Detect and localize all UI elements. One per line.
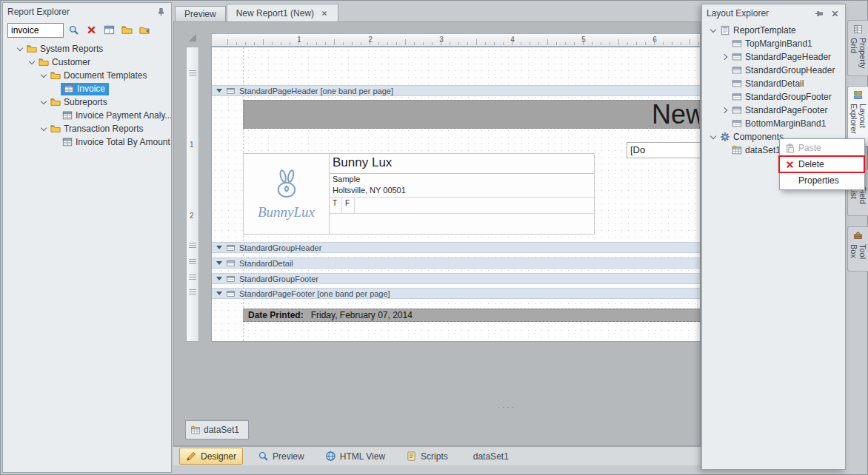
menu-item-properties[interactable]: Properties [781,172,864,189]
layout-item-standardpagefooter[interactable]: StandardPageFooter [702,104,845,117]
tree-item-system-reports[interactable]: System Reports [3,42,171,55]
pin-icon[interactable] [812,7,824,19]
search-input[interactable] [7,23,64,38]
tree-item-document-templates[interactable]: Document Templates [3,69,171,82]
layout-item-reporttemplate[interactable]: ReportTemplate [702,24,845,37]
layout-item-standardgroupfooter[interactable]: StandardGroupFooter [702,90,845,104]
band-standard-group-header[interactable]: StandardGroupHeader [212,242,700,253]
dock-tab-property-grid[interactable]: Property Grid [847,20,868,76]
tab-scripts[interactable]: Scripts [400,448,454,464]
band-resize-grip[interactable] [189,243,196,248]
company-line-cell[interactable]: Sample [330,174,594,185]
expand-icon[interactable] [720,105,730,115]
layout-item-bottommarginband1[interactable]: BottomMarginBand1 [702,117,845,130]
tree-item-invoice-selected[interactable]: Invoice [3,82,171,95]
pin-icon[interactable] [155,6,167,18]
band-resize-grip[interactable] [189,274,196,280]
report-page: StandardPageHeader [one band per page] S… [211,47,701,342]
collapse-icon[interactable] [39,97,49,107]
phone-label-cell[interactable]: T [330,198,342,213]
ruler-number: 3 [438,36,445,44]
expand-icon[interactable] [720,52,730,62]
tab-new-report1[interactable]: New Report1 (New) [227,4,338,21]
search-button[interactable] [65,22,81,38]
close-panel-icon[interactable] [829,7,841,19]
open-folder-button[interactable] [118,22,135,38]
collapse-icon[interactable] [15,44,25,54]
band-collapse-icon[interactable] [216,292,222,295]
company-info-table[interactable]: BunnyLux Bunny Lux Sample Holtsville, NY… [243,153,595,235]
layout-item-standardgroupheader[interactable]: StandardGroupHeader [702,64,845,77]
band-resize-grip[interactable] [189,289,196,294]
tree-item-invoice-payment-analysis[interactable]: Invoice Payment Analy... [3,109,171,122]
band-collapse-icon[interactable] [216,89,222,92]
collapse-icon[interactable] [27,57,37,67]
collapse-icon[interactable] [39,124,49,134]
tab-label: HTML View [340,451,385,462]
folder-icon [49,124,61,135]
dock-tab-tool-box[interactable]: Tool Box [847,226,868,272]
clear-search-button[interactable] [83,22,99,38]
browse-folder-button[interactable] [136,22,153,38]
band-label: StandardDetail [239,259,293,268]
band-label: StandardPageHeader [one band per page] [239,87,393,95]
menu-item-label: Delete [798,159,824,169]
tree-item-label: BottomMarginBand1 [745,118,826,129]
layout-item-standarddetail[interactable]: StandardDetail [702,77,845,90]
band-collapse-icon[interactable] [216,277,222,280]
preview-icon [258,451,269,462]
dataset1-component-chip[interactable]: dataSet1 [185,420,249,439]
band-standard-group-footer[interactable]: StandardGroupFooter [212,273,700,284]
ruler-number: 5 [580,36,587,44]
tree-item-subreports[interactable]: Subreports [3,95,171,109]
report-icon [61,137,73,148]
tab-preview-view[interactable]: Preview [252,448,310,464]
band-standard-page-footer[interactable]: StandardPageFooter [one band per page] [212,288,700,299]
layout-item-standardpageheader[interactable]: StandardPageHeader [702,50,845,64]
layout-item-topmarginband1[interactable]: TopMarginBand1 [702,37,845,50]
collapse-icon[interactable] [39,70,49,81]
tree-item-label: Document Templates [64,70,147,81]
band-collapse-icon[interactable] [216,261,222,265]
band-resize-grip[interactable] [189,70,196,75]
tab-html-view[interactable]: HTML View [319,448,391,464]
selected-highlight: Invoice [61,83,109,95]
tree-item-label: ReportTemplate [733,25,796,36]
tree-item-invoice-total-by-amount[interactable]: Invoice Total By Amount [3,135,171,149]
band-collapse-icon[interactable] [216,246,222,249]
menu-item-paste[interactable]: Paste [781,140,864,156]
tree-item-label: Subreports [64,97,107,107]
ruler-number: 4 [509,36,516,44]
document-field-cell[interactable]: [Do [627,142,701,158]
company-name-cell[interactable]: Bunny Lux [330,154,594,174]
layout-explorer-panel: Layout Explorer ReportTemplate TopMargin… [701,4,846,470]
gear-icon [718,132,731,143]
layout-explorer-title: Layout Explorer [707,8,808,18]
fax-label-cell[interactable]: F [342,198,355,213]
company-line-cell[interactable]: Holtsville, NY 00501 [330,185,594,198]
dock-tab-label: Field List [849,186,867,212]
dataset-icon [190,425,201,435]
report-title-label[interactable]: New [243,100,700,129]
date-printed-row[interactable]: Date Printed: Friday, February 07, 2014 [243,309,700,322]
report-template-icon [718,25,731,36]
band-resize-grip[interactable] [189,259,196,264]
tree-item-customer[interactable]: Customer [3,55,171,69]
collapse-icon[interactable] [708,132,718,142]
menu-item-delete[interactable]: Delete [781,156,864,172]
dock-tab-layout-explorer[interactable]: Layout Explorer [847,86,868,146]
ruler-number: 2 [190,212,194,220]
folder-icon [25,44,38,55]
tab-label: Designer [201,451,236,462]
band-standard-detail[interactable]: StandardDetail [212,257,700,269]
close-tab-icon[interactable] [320,9,329,18]
band-standard-page-header[interactable]: StandardPageHeader [one band per page] [212,85,700,96]
tab-designer[interactable]: Designer [179,448,243,465]
dock-tab-strip: Property Grid Layout Explorer Field List… [847,2,868,473]
company-logo[interactable]: BunnyLux [244,154,330,234]
collections-view-button[interactable] [101,22,117,38]
tab-preview[interactable]: Preview [175,6,226,21]
tree-item-transaction-reports[interactable]: Transaction Reports [3,122,171,135]
collapse-icon[interactable] [708,25,718,36]
band-label: StandardGroupHeader [239,243,321,252]
